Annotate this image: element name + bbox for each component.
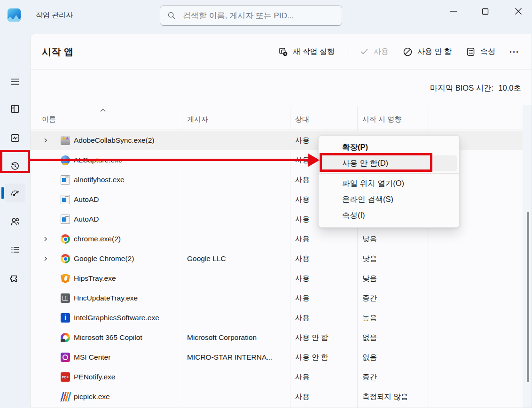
table-row[interactable]: IntelGraphicsSoftware.exe사용높음 bbox=[31, 308, 524, 328]
impact-cell: 없음 bbox=[357, 333, 429, 343]
column-header-impact[interactable]: 시작 시 영향 bbox=[362, 115, 401, 124]
annotation-box-menu-item bbox=[320, 153, 432, 172]
enable-button: 사용 bbox=[354, 43, 394, 61]
table-row[interactable]: PENotify.exe사용중간 bbox=[31, 367, 524, 387]
sidebar-item-users[interactable] bbox=[5, 212, 25, 231]
status-cell: 사용 안 함 bbox=[290, 353, 357, 362]
name-cell: AutoAD bbox=[31, 215, 182, 224]
context-menu-item[interactable]: 속성(I) bbox=[321, 208, 457, 223]
table-row[interactable]: MSI CenterMICRO-STAR INTERNA...사용 안 함없음 bbox=[31, 347, 524, 367]
expand-chevron-icon[interactable] bbox=[43, 256, 61, 262]
window-title: 작업 관리자 bbox=[36, 11, 73, 20]
close-icon bbox=[515, 8, 522, 15]
hamburger-menu-icon bbox=[9, 76, 21, 87]
app-name: AdobeCollabSync.exe(2) bbox=[74, 136, 154, 145]
impact-cell: 없음 bbox=[357, 353, 429, 362]
name-cell: MSI Center bbox=[31, 353, 182, 362]
disable-button[interactable]: 사용 안 함 bbox=[397, 43, 457, 61]
sort-ascending-icon bbox=[99, 108, 107, 113]
toolbar-divider bbox=[347, 45, 347, 59]
page-toolbar: 시작 앱 새 작업 실행 사용 사용 안 함 속성 bbox=[31, 34, 532, 69]
context-menu-item[interactable]: 온라인 검색(S) bbox=[321, 192, 457, 208]
impact-cell: 낮음 bbox=[357, 254, 429, 264]
name-cell: IntelGraphicsSoftware.exe bbox=[31, 313, 182, 323]
sidebar-item-services[interactable] bbox=[5, 269, 25, 288]
context-menu: 확장(P)사용 안 함(D)파일 위치 열기(O)온라인 검색(S)속성(I) bbox=[318, 135, 460, 228]
block-icon bbox=[403, 47, 413, 57]
table-row[interactable]: HncUpdateTray.exe사용중간 bbox=[31, 288, 524, 308]
sidebar-item-processes[interactable] bbox=[5, 100, 25, 118]
status-cell: 사용 bbox=[290, 392, 357, 402]
task-manager-window: 작업 관리자 검색할 이름, 게시자 또는 PID... bbox=[0, 0, 532, 408]
publisher-cell: MICRO-STAR INTERNA... bbox=[182, 353, 290, 362]
table-row[interactable]: Google Chrome(2)Google LLC사용낮음 bbox=[31, 249, 524, 269]
sidebar-menu-toggle[interactable] bbox=[5, 72, 25, 91]
minimize-button[interactable] bbox=[443, 2, 464, 21]
annotation-box-sidebar bbox=[0, 150, 30, 173]
status-cell: 사용 bbox=[290, 293, 357, 303]
name-cell: picpick.exe bbox=[31, 392, 182, 401]
table-row[interactable]: Microsoft 365 CopilotMicrosoft Corporati… bbox=[31, 328, 524, 347]
impact-cell: 낮음 bbox=[357, 274, 429, 284]
window-icon bbox=[61, 175, 70, 185]
impact-cell: 낮음 bbox=[357, 234, 429, 244]
expand-chevron-icon[interactable] bbox=[43, 138, 61, 143]
pdf-icon bbox=[61, 372, 70, 382]
more-icon: ... bbox=[509, 47, 519, 56]
annotation-arrow-head bbox=[308, 154, 320, 167]
impact-cell: 중간 bbox=[357, 293, 429, 303]
expand-chevron-icon[interactable] bbox=[43, 236, 61, 242]
run-new-task-button[interactable]: 새 작업 실행 bbox=[273, 43, 340, 61]
name-cell: Microsoft 365 Copilot bbox=[31, 333, 182, 342]
column-header-publisher[interactable]: 게시자 bbox=[187, 115, 208, 124]
column-header-name[interactable]: 이름 bbox=[42, 115, 56, 124]
search-input[interactable]: 검색할 이름, 게시자 또는 PID... bbox=[160, 5, 342, 26]
sidebar-item-startup-apps[interactable] bbox=[5, 184, 25, 202]
window-icon bbox=[61, 195, 70, 204]
column-header-status[interactable]: 상태 bbox=[295, 115, 309, 124]
scrollbar-thumb[interactable] bbox=[527, 212, 529, 382]
table-row[interactable]: HipsTray.exe사용낮음 bbox=[31, 269, 524, 288]
menu-separator bbox=[319, 173, 459, 174]
processes-icon bbox=[9, 103, 21, 115]
name-cell: HipsTray.exe bbox=[31, 274, 182, 283]
properties-button[interactable]: 속성 bbox=[460, 43, 501, 61]
maximize-button[interactable] bbox=[474, 2, 496, 21]
app-name: PENotify.exe bbox=[74, 373, 115, 381]
last-bios-value: 10.0초 bbox=[498, 84, 521, 92]
selected-indicator bbox=[1, 187, 4, 199]
app-name: IntelGraphicsSoftware.exe bbox=[74, 314, 159, 322]
publisher-cell: Google LLC bbox=[182, 254, 290, 263]
context-menu-item[interactable]: 파일 위치 열기(O) bbox=[321, 176, 457, 192]
app-name: HncUpdateTray.exe bbox=[74, 294, 138, 302]
scrollbar-track[interactable] bbox=[523, 105, 532, 408]
name-cell: HncUpdateTray.exe bbox=[31, 293, 182, 303]
annotation-arrow-line bbox=[29, 159, 309, 161]
performance-icon bbox=[9, 132, 21, 144]
name-cell: AutoAD bbox=[31, 195, 182, 204]
app-name: AutoAD bbox=[74, 195, 99, 204]
sidebar-item-performance[interactable] bbox=[5, 129, 25, 147]
picpick-icon bbox=[59, 392, 71, 401]
impact-cell: 중간 bbox=[357, 372, 429, 382]
properties-icon bbox=[466, 47, 476, 57]
page-title: 시작 앱 bbox=[42, 46, 74, 58]
name-cell: PENotify.exe bbox=[31, 372, 182, 382]
table-row[interactable]: chrome.exe(2)사용낮음 bbox=[31, 229, 524, 249]
window-icon bbox=[61, 215, 70, 224]
services-icon bbox=[9, 273, 21, 285]
more-button[interactable]: ... bbox=[504, 44, 525, 60]
hnc-update-icon bbox=[61, 293, 70, 303]
run-new-task-label: 새 작업 실행 bbox=[293, 47, 335, 57]
search-icon bbox=[167, 11, 176, 20]
sidebar bbox=[0, 30, 30, 408]
msi-center-icon bbox=[61, 353, 70, 362]
close-button[interactable] bbox=[508, 2, 529, 21]
status-cell: 사용 bbox=[290, 372, 357, 382]
sidebar-item-details[interactable] bbox=[5, 240, 25, 259]
app-name: picpick.exe bbox=[74, 393, 110, 401]
app-name: Microsoft 365 Copilot bbox=[74, 333, 142, 342]
table-row[interactable]: picpick.exe사용측정되지 않음 bbox=[31, 387, 524, 407]
status-cell: 사용 bbox=[290, 274, 357, 284]
app-name: chrome.exe(2) bbox=[74, 235, 121, 243]
